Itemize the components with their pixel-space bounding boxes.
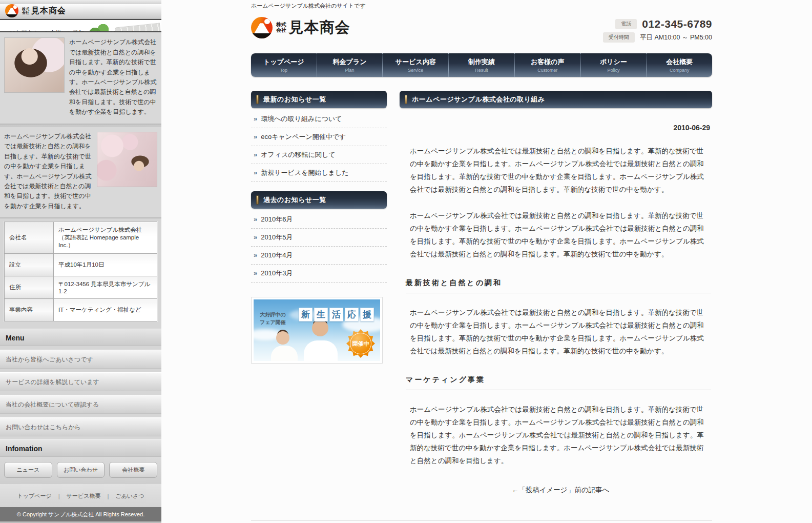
person-image — [304, 320, 338, 361]
section-heading-marketing: マーケティング事業 — [406, 375, 711, 390]
list-item: »2010年5月 — [251, 229, 387, 247]
archive-link: 2010年5月 — [261, 233, 293, 241]
article-column: ホームページサンプル株式会社の取り組み 2010-06-29 ホームページサンプ… — [400, 91, 712, 495]
sidebar-footer-links: トップページ ｜ サービス概要 ｜ ごあいさつ — [0, 484, 161, 507]
main-footer: 株式会社 見本商会 ●eco・環境事業 ●コンピュータ事業 ●飲食店事業 ●介護… — [251, 521, 712, 523]
previous-article-link[interactable]: ←「投稿イメージ」前の記事へ — [410, 486, 711, 495]
sidebar-menu: 当社から皆様へごあいさつです サービスの詳細を解説しています 当社の会社概要につ… — [0, 346, 161, 439]
table-label: 事業内容 — [5, 299, 54, 321]
person-image — [271, 331, 298, 361]
sidebar-footer-link-top[interactable]: トップページ — [17, 493, 51, 499]
nav-item-top[interactable]: トップページ Top — [251, 53, 317, 77]
main-nav: トップページ Top 料金プラン Plan サービス内容 Service 制作実… — [251, 53, 712, 77]
archive-link: 2010年6月 — [261, 215, 293, 223]
archive-link: 2010年4月 — [261, 251, 293, 259]
sidebar-intro-text-1: ホームページサンプル株式会社では最新技術と自然との調和を目指します。革新的な技術… — [69, 37, 157, 117]
table-row: 住所 〒012-3456 見本県見本市サンプル1-2 — [5, 276, 157, 299]
sidebar-buttons: ニュース お問い合わせ 会社概要 — [0, 457, 161, 484]
news-link: オフィスの移転に関して — [261, 151, 335, 158]
sidebar-copyright: © Copyright サンプル株式会社 All Rights Reseved. — [0, 507, 161, 521]
arrow-marker-icon: » — [254, 233, 257, 241]
sidebar-banner-line1: 20年間多くのお客様にご愛顧いただいております。 — [9, 28, 141, 32]
promo-catch-line1: 大好評中の — [260, 311, 286, 318]
nav-item-customer[interactable]: お客様の声 Customer — [514, 53, 580, 77]
company-logo-icon — [251, 17, 273, 38]
sidebar-footer-link-service[interactable]: サービス概要 — [67, 493, 101, 499]
sidebar-menu-heading: Menu — [0, 329, 161, 346]
contact-button[interactable]: お問い合わせ — [57, 462, 105, 478]
article-paragraph: ホームページサンプル株式会社では最新技術と自然との調和を目指します。革新的な技術… — [410, 307, 711, 358]
promo-banner[interactable]: 大好評中の フェア開催 新 生 活 応 援 開催中 — [251, 297, 383, 364]
table-row: 事業内容 IT・マーケティング・福祉など — [5, 299, 157, 321]
news-link: ecoキャンペーン開催中です — [261, 133, 346, 140]
news-button[interactable]: ニュース — [4, 462, 52, 478]
separator: ｜ — [105, 493, 111, 499]
sidebar-menu-item-service[interactable]: サービスの詳細を解説しています — [0, 372, 161, 391]
sidebar-intro-block-2: ホームページサンプル株式会社では最新技術と自然との調和を目指します。革新的な技術… — [0, 127, 161, 219]
company-logo-icon — [5, 4, 18, 17]
nav-item-result[interactable]: 制作実績 Result — [448, 53, 514, 77]
table-value: 平成10年1月10日 — [54, 254, 157, 276]
logo-name: 見本商会 — [31, 6, 66, 16]
table-value: 〒012-3456 見本県見本市サンプル1-2 — [54, 276, 157, 299]
table-value: IT・マーケティング・福祉など — [54, 299, 157, 321]
table-value: ホームページサンプル株式会社 — [58, 226, 152, 234]
gold-bar-icon — [256, 195, 259, 205]
table-row: 設立 平成10年1月10日 — [5, 254, 157, 276]
table-label: 会社名 — [5, 222, 54, 254]
company-overview-button[interactable]: 会社概要 — [109, 462, 157, 478]
now-open-badge: 開催中 — [346, 329, 375, 358]
sidebar-menu-item-company[interactable]: 当社の会社概要について確認する — [0, 395, 161, 414]
article-paragraph: ホームページサンプル株式会社では最新技術と自然との調和を目指します。革新的な技術… — [410, 145, 711, 196]
woman-portrait-image — [4, 37, 65, 93]
archive-link: 2010年3月 — [261, 269, 293, 277]
arrow-marker-icon: » — [254, 215, 257, 223]
site-description: ホームページサンプル株式会社のサイトです — [251, 0, 712, 10]
nav-item-policy[interactable]: ポリシー Policy — [580, 53, 647, 77]
table-label: 住所 — [5, 276, 54, 299]
list-item: »新規サービスを開始しました — [251, 164, 387, 182]
news-link: 環境への取り組みについて — [261, 115, 342, 123]
nav-item-company[interactable]: 会社概要 Company — [646, 53, 712, 77]
sidebar-menu-item-greeting[interactable]: 当社から皆様へごあいさつです — [0, 350, 161, 369]
promo-title: 新 生 活 応 援 — [299, 308, 374, 321]
arrow-marker-icon: » — [254, 269, 257, 277]
hours-badge: 受付時間 — [603, 32, 635, 43]
main-header: 株式会社 見本商会 電話 012-345-6789 受付時間 平日 AM10:0… — [251, 17, 712, 47]
cherry-blossom-image — [97, 132, 157, 187]
sidebar: 株式会社 見本商会 20年間多くのお客様にご愛顧いただいております。 豊富な実績… — [0, 0, 161, 523]
separator: ｜ — [56, 493, 62, 499]
sidebar-banner: 20年間多くのお客様にご愛顧いただいております。 豊富な実績も是非ご確認ください… — [0, 20, 161, 32]
arrow-marker-icon: » — [254, 169, 257, 176]
sidebar-intro-block-1: ホームページサンプル株式会社では最新技術と自然との調和を目指します。革新的な技術… — [0, 32, 161, 125]
nav-item-plan[interactable]: 料金プラン Plan — [317, 53, 383, 77]
article-date: 2010-06-29 — [400, 124, 710, 132]
article-heading: ホームページサンプル株式会社の取り組み — [400, 91, 712, 108]
archive-news-heading: 過去のお知らせ一覧 — [251, 191, 387, 209]
nav-item-service[interactable]: サービス内容 Service — [382, 53, 448, 77]
phone-block: 電話 012-345-6789 受付時間 平日 AM10:00 ～ PM5:00 — [603, 18, 712, 43]
sidebar-intro-text-2: ホームページサンプル株式会社では最新技術と自然との調和を目指します。革新的な技術… — [4, 132, 92, 212]
sidebar-footer-link-greeting[interactable]: ごあいさつ — [115, 493, 144, 499]
table-value-2: （英語表記 Homepage sample Inc.） — [58, 234, 152, 249]
sidebar-logo[interactable]: 株式会社 見本商会 — [0, 4, 161, 17]
arrow-marker-icon: » — [254, 133, 257, 140]
news-link: 新規サービスを開始しました — [261, 169, 348, 176]
sidebar-menu-item-contact[interactable]: お問い合わせはこちらから — [0, 417, 161, 436]
table-label: 設立 — [5, 254, 54, 276]
logo-prefix: 株式会社 — [276, 22, 287, 33]
article-paragraph: ホームページサンプル株式会社では最新技術と自然との調和を目指します。革新的な技術… — [410, 404, 711, 468]
latest-news-heading: 最新のお知らせ一覧 — [251, 91, 387, 108]
arrow-marker-icon: » — [254, 251, 257, 259]
section-heading-harmony: 最新技術と自然との調和 — [406, 278, 711, 293]
sidebar-information-heading: Infomation — [0, 439, 161, 457]
list-item: »ecoキャンペーン開催中です — [251, 128, 387, 146]
sidebar-top-strip — [0, 0, 161, 4]
hours-value: 平日 AM10:00 ～ PM5:00 — [640, 33, 712, 42]
gold-bar-icon — [256, 95, 259, 104]
gold-bar-icon — [405, 95, 407, 104]
phone-number: 012-345-6789 — [642, 18, 712, 30]
logo-name: 見本商会 — [289, 17, 350, 38]
arrow-marker-icon: » — [254, 115, 257, 123]
article-paragraph: ホームページサンプル株式会社では最新技術と自然との調和を目指します。革新的な技術… — [410, 210, 711, 261]
